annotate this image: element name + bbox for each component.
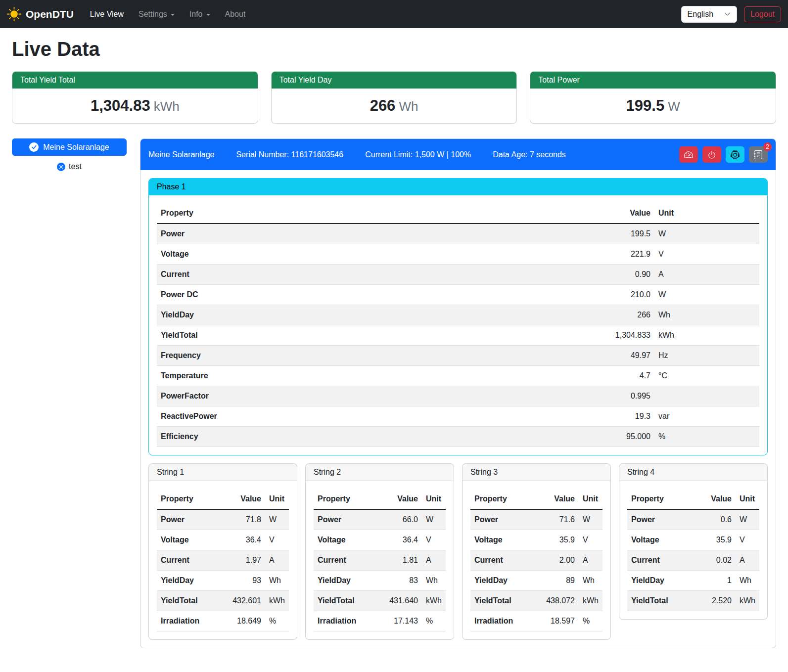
unit-cell: W bbox=[265, 509, 289, 530]
navbar-right: English Logout bbox=[681, 6, 781, 23]
table-header-row: PropertyValueUnit bbox=[627, 489, 759, 509]
inverter-panel-header: Meine Solaranlage Serial Number: 1161716… bbox=[140, 139, 776, 170]
value-cell: 35.9 bbox=[695, 530, 736, 550]
inverter-data-age: Data Age: 7 seconds bbox=[493, 150, 566, 159]
device-info-button[interactable] bbox=[726, 146, 744, 163]
table-row: Voltage221.9V bbox=[157, 244, 759, 265]
inverter-panel-body: Phase 1 Property Value Unit Power199.5WV… bbox=[140, 170, 776, 648]
string-table: PropertyValueUnitPower71.6WVoltage35.9VC… bbox=[470, 489, 603, 631]
summary-unit: kWh bbox=[154, 99, 180, 114]
value-cell: 432.601 bbox=[225, 591, 265, 611]
column-header-property: Property bbox=[157, 489, 225, 509]
property-cell: Power bbox=[470, 509, 538, 530]
unit-cell: V bbox=[654, 244, 759, 265]
unit-cell: A bbox=[265, 550, 289, 571]
column-header-property: Property bbox=[470, 489, 538, 509]
phase-card-body: Property Value Unit Power199.5WVoltage22… bbox=[149, 195, 767, 455]
value-cell: 0.90 bbox=[589, 265, 654, 285]
journal-text-icon bbox=[754, 150, 763, 159]
sun-logo-icon bbox=[7, 7, 21, 21]
value-cell: 0.6 bbox=[695, 509, 736, 530]
table-row: Voltage36.4V bbox=[157, 530, 289, 550]
logout-button[interactable]: Logout bbox=[744, 6, 781, 22]
column-header-unit: Unit bbox=[422, 489, 446, 509]
unit-cell: V bbox=[579, 530, 603, 550]
power-button[interactable] bbox=[702, 146, 721, 163]
table-row: YieldTotal432.601kWh bbox=[157, 591, 289, 611]
table-row: Irradiation18.597% bbox=[470, 611, 603, 631]
cpu-icon bbox=[731, 150, 740, 159]
property-cell: Current bbox=[157, 550, 225, 571]
phase-card: Phase 1 Property Value Unit Power199.5WV… bbox=[148, 178, 768, 455]
unit-cell: Wh bbox=[736, 571, 759, 591]
x-circle-icon[interactable] bbox=[57, 163, 65, 171]
value-cell: 95.000 bbox=[589, 427, 654, 447]
nav-about[interactable]: About bbox=[218, 6, 253, 23]
table-row: Current1.97A bbox=[157, 550, 289, 571]
column-header-value: Value bbox=[381, 489, 422, 509]
inverter-serial: Serial Number: 116171603546 bbox=[236, 150, 343, 159]
nav-settings[interactable]: Settings bbox=[131, 6, 182, 23]
value-cell: 1,304.833 bbox=[589, 325, 654, 346]
brand-link[interactable]: OpenDTU bbox=[7, 7, 74, 21]
property-cell: Voltage bbox=[314, 530, 381, 550]
unit-cell: W bbox=[422, 509, 446, 530]
event-log-button[interactable]: 2 bbox=[749, 146, 768, 163]
inverter-tag[interactable]: test bbox=[12, 162, 127, 171]
table-row: Efficiency95.000% bbox=[157, 427, 759, 447]
inverter-panel: Meine Solaranlage Serial Number: 1161716… bbox=[140, 138, 776, 648]
nav-info[interactable]: Info bbox=[182, 6, 218, 23]
unit-cell: A bbox=[654, 265, 759, 285]
page-container: Live Data Total Yield Total 1,304.83kWh … bbox=[0, 28, 788, 662]
value-cell: 83 bbox=[381, 571, 422, 591]
table-row: Current0.90A bbox=[157, 265, 759, 285]
unit-cell: kWh bbox=[422, 591, 446, 611]
power-icon bbox=[707, 150, 716, 159]
summary-value: 266 bbox=[370, 97, 396, 114]
inverter-select-button[interactable]: Meine Solaranlage bbox=[12, 138, 127, 156]
unit-cell: V bbox=[736, 530, 759, 550]
property-cell: YieldDay bbox=[157, 305, 589, 325]
unit-cell: % bbox=[579, 611, 603, 631]
language-select[interactable]: English bbox=[681, 6, 737, 23]
string-card: String 1PropertyValueUnitPower71.8WVolta… bbox=[148, 463, 297, 640]
property-cell: Voltage bbox=[157, 530, 225, 550]
nav-live-view[interactable]: Live View bbox=[83, 6, 131, 23]
value-cell: 66.0 bbox=[381, 509, 422, 530]
property-cell: Current bbox=[314, 550, 381, 571]
summary-card-title: Total Power bbox=[530, 72, 776, 89]
navbar-left: OpenDTU Live View Settings Info About bbox=[7, 6, 253, 23]
string-card-title: String 4 bbox=[619, 464, 767, 481]
property-cell: Irradiation bbox=[157, 611, 225, 631]
table-row: ReactivePower19.3var bbox=[157, 406, 759, 427]
limit-settings-button[interactable] bbox=[679, 146, 698, 163]
unit-cell: Wh bbox=[265, 571, 289, 591]
table-row: YieldTotal431.640kWh bbox=[314, 591, 446, 611]
value-cell: 210.0 bbox=[589, 285, 654, 305]
column-header-unit: Unit bbox=[654, 203, 759, 224]
unit-cell: % bbox=[654, 427, 759, 447]
property-cell: Current bbox=[470, 550, 538, 571]
unit-cell: W bbox=[579, 509, 603, 530]
unit-cell: kWh bbox=[579, 591, 603, 611]
property-cell: YieldTotal bbox=[470, 591, 538, 611]
table-row: Irradiation17.143% bbox=[314, 611, 446, 631]
string-card-body: PropertyValueUnitPower0.6WVoltage35.9VCu… bbox=[619, 481, 767, 619]
unit-cell: Wh bbox=[422, 571, 446, 591]
table-row: Power199.5W bbox=[157, 224, 759, 244]
table-row: Voltage35.9V bbox=[627, 530, 759, 550]
column-header-property: Property bbox=[314, 489, 381, 509]
table-row: YieldDay83Wh bbox=[314, 571, 446, 591]
unit-cell bbox=[654, 386, 759, 406]
string-card-body: PropertyValueUnitPower71.6WVoltage35.9VC… bbox=[463, 481, 610, 639]
value-cell: 221.9 bbox=[589, 244, 654, 265]
unit-cell: Wh bbox=[654, 305, 759, 325]
summary-unit: Wh bbox=[399, 99, 418, 114]
column-header-value: Value bbox=[695, 489, 736, 509]
value-cell: 18.649 bbox=[225, 611, 265, 631]
string-card: String 3PropertyValueUnitPower71.6WVolta… bbox=[462, 463, 611, 640]
column-header-unit: Unit bbox=[736, 489, 759, 509]
inverter-limit: Current Limit: 1,500 W | 100% bbox=[365, 150, 471, 159]
value-cell: 438.072 bbox=[538, 591, 579, 611]
table-row: Irradiation18.649% bbox=[157, 611, 289, 631]
